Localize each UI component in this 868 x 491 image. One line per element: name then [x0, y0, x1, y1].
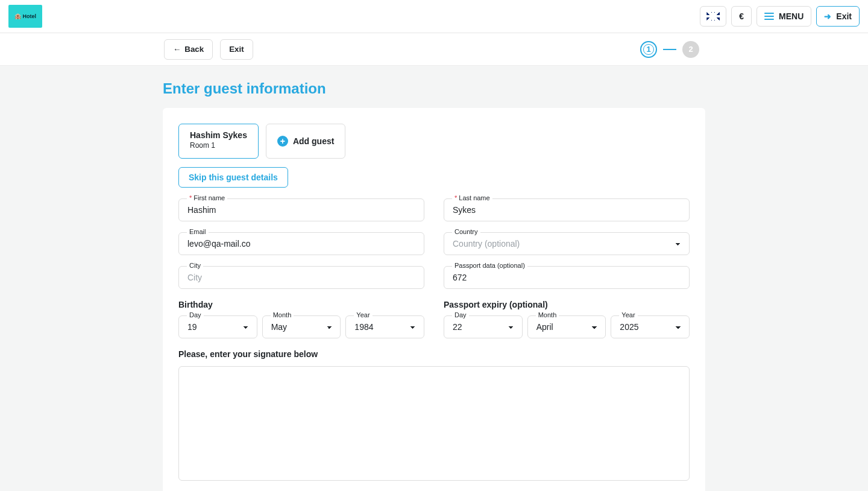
last-name-field: *Last name: [444, 198, 690, 221]
currency-selector[interactable]: €: [731, 6, 752, 27]
back-button[interactable]: ← Back: [164, 39, 213, 60]
last-name-label: *Last name: [452, 194, 492, 201]
brand-logo-text: 🏨 Hotel: [14, 13, 36, 19]
birthday-year-label: Year: [354, 311, 372, 318]
last-name-input[interactable]: [444, 198, 690, 221]
birthday-day-field: Day 19: [178, 315, 257, 338]
first-name-input[interactable]: [178, 198, 424, 221]
subbar: ← Back Exit 1 2: [0, 33, 868, 66]
country-select[interactable]: Country (optional): [444, 232, 690, 255]
city-input[interactable]: [178, 266, 424, 289]
subbar-exit-button[interactable]: Exit: [220, 39, 253, 60]
uk-flag-icon: [706, 12, 720, 21]
currency-symbol: €: [739, 11, 744, 21]
birthday-month-label: Month: [271, 311, 294, 318]
birthday-day-select[interactable]: 19: [178, 315, 257, 338]
arrow-left-icon: ←: [173, 45, 181, 54]
guest-tabs: Hashim Sykes Room 1 + Add guest: [178, 124, 690, 159]
city-label: City: [187, 262, 203, 269]
email-input[interactable]: [178, 232, 424, 255]
passport-input[interactable]: [444, 266, 690, 289]
expiry-year-field: Year 2025: [611, 315, 690, 338]
page-title: Enter guest information: [163, 80, 705, 97]
birthday-year-select[interactable]: 1984: [345, 315, 424, 338]
expiry-year-select[interactable]: 2025: [611, 315, 690, 338]
step-2: 2: [682, 41, 699, 58]
expiry-month-field: Month April: [527, 315, 606, 338]
email-field: Email: [178, 232, 424, 255]
topbar: 🏨 Hotel € MENU ➜ Exit: [0, 0, 868, 33]
guest-tab-name: Hashim Sykes: [190, 130, 247, 140]
passport-label: Passport data (optional): [452, 262, 527, 269]
birthday-month-field: Month May: [262, 315, 341, 338]
country-field: Country Country (optional): [444, 232, 690, 255]
brand-logo[interactable]: 🏨 Hotel: [8, 5, 42, 28]
email-label: Email: [187, 228, 209, 235]
step-indicator: 1 2: [640, 41, 699, 58]
language-selector[interactable]: [700, 6, 726, 27]
expiry-day-label: Day: [452, 311, 469, 318]
guest-tab-active[interactable]: Hashim Sykes Room 1: [178, 124, 259, 159]
expiry-group-label: Passport expiry (optional): [444, 300, 690, 309]
topbar-exit-button[interactable]: ➜ Exit: [816, 6, 860, 27]
first-name-label: *First name: [187, 194, 227, 201]
signature-canvas[interactable]: [178, 366, 690, 481]
birthday-group-label: Birthday: [178, 300, 424, 309]
hamburger-icon: [764, 13, 774, 20]
step-1: 1: [640, 41, 657, 58]
passport-field: Passport data (optional): [444, 266, 690, 289]
exit-label: Exit: [836, 11, 852, 21]
birthday-day-label: Day: [187, 311, 204, 318]
expiry-month-select[interactable]: April: [527, 315, 606, 338]
expiry-year-label: Year: [619, 311, 637, 318]
guest-form-card: Hashim Sykes Room 1 + Add guest Skip thi…: [163, 108, 705, 491]
signature-label: Please, enter your signature below: [178, 349, 690, 359]
step-connector: [663, 49, 676, 50]
topbar-right: € MENU ➜ Exit: [700, 6, 860, 27]
country-label: Country: [452, 228, 480, 235]
menu-label: MENU: [779, 11, 804, 21]
menu-button[interactable]: MENU: [756, 6, 811, 27]
expiry-day-field: Day 22: [444, 315, 523, 338]
exit-icon: ➜: [824, 11, 831, 21]
birthday-month-select[interactable]: May: [262, 315, 341, 338]
guest-tab-room: Room 1: [190, 141, 247, 150]
add-guest-tab[interactable]: + Add guest: [266, 124, 345, 159]
plus-circle-icon: +: [277, 136, 288, 147]
skip-guest-button[interactable]: Skip this guest details: [178, 167, 288, 188]
city-field: City: [178, 266, 424, 289]
add-guest-label: Add guest: [293, 136, 334, 146]
back-label: Back: [184, 45, 204, 54]
first-name-field: *First name: [178, 198, 424, 221]
birthday-year-field: Year 1984: [345, 315, 424, 338]
subbar-exit-label: Exit: [229, 45, 244, 54]
expiry-day-select[interactable]: 22: [444, 315, 523, 338]
expiry-month-label: Month: [536, 311, 559, 318]
